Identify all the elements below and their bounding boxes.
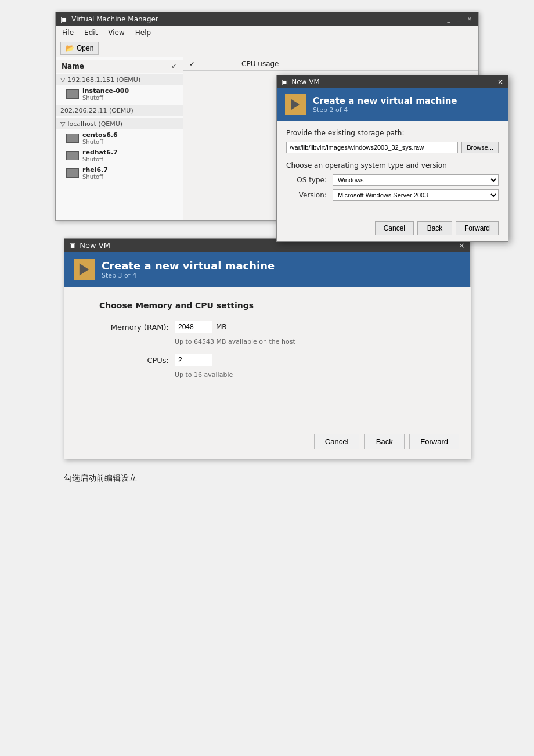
name-column-header: Name: [62, 62, 84, 70]
vmm-window: ▣ Virtual Machine Manager _ □ × File Edi…: [55, 12, 479, 221]
step3-cancel-button[interactable]: Cancel: [314, 434, 359, 449]
memory-hint: Up to 64543 MB available on the host: [175, 338, 436, 345]
newvm-step3-header-step: Step 3 of 4: [102, 272, 275, 279]
vm-status-redhat: Shutoff: [82, 156, 118, 163]
svg-marker-1: [80, 264, 89, 276]
newvm-dialog-icon: ▣: [282, 78, 288, 86]
group-arrow-localhost: ▽: [60, 120, 65, 128]
storage-label: Provide the existing storage path:: [286, 129, 499, 137]
memory-unit: MB: [216, 323, 227, 331]
newvm-step3-close[interactable]: ×: [459, 241, 465, 250]
open-icon: 📂: [66, 44, 74, 52]
sidebar-group-3: ▽ localhost (QEMU) centos6.6 Shutoff red…: [56, 117, 183, 183]
caption-text: 勾选启动前编辑设立: [64, 473, 137, 483]
vm-icon-rhel: [66, 168, 79, 178]
cpu-row: CPUs:: [99, 354, 436, 366]
os-type-label: OS type:: [286, 176, 327, 184]
newvm-step2-header: Create a new virtual machine Step 2 of 4: [277, 88, 508, 121]
main-column-header: ✓ CPU usage: [183, 57, 478, 71]
sort-icon: ✓: [171, 62, 177, 70]
newvm-step3-title: New VM: [80, 241, 110, 250]
vm-item-rhel[interactable]: rhel6.7 Shutoff: [56, 164, 183, 182]
menu-edit[interactable]: Edit: [82, 28, 99, 37]
cpu-usage-header: ✓: [189, 60, 195, 68]
version-row: Version: Microsoft Windows Server 2003: [286, 189, 499, 201]
vmm-open-button[interactable]: 📂 Open: [60, 42, 99, 55]
newvm-step2-title: New VM: [291, 78, 320, 86]
caption: 勾选启动前编辑设立: [64, 471, 470, 486]
newvm-dialog-box: ▣ New VM × Create a new virt: [276, 75, 508, 242]
vm-item-centos[interactable]: centos6.6 Shutoff: [56, 129, 183, 147]
vm-item-redhat[interactable]: redhat6.7 Shutoff: [56, 147, 183, 164]
cpu-label: CPUs:: [99, 356, 169, 365]
newvm-step2-dialog: ▣ New VM × Create a new virt: [276, 75, 508, 242]
storage-path-input[interactable]: [286, 142, 458, 153]
newvm-step2-close[interactable]: ×: [497, 78, 503, 86]
version-label: Version:: [286, 191, 327, 199]
step2-forward-button[interactable]: Forward: [456, 221, 499, 235]
cpu-usage-label: CPU usage: [241, 60, 279, 68]
newvm-step3-body: Choose Memory and CPU settings Memory (R…: [64, 287, 471, 401]
newvm-header-icon: [285, 94, 306, 115]
group-label-localhost: localhost (QEMU): [67, 120, 122, 128]
cpu-spinbox[interactable]: [175, 354, 212, 366]
maximize-button[interactable]: □: [455, 15, 463, 23]
step2-cancel-button[interactable]: Cancel: [375, 221, 414, 235]
menu-view[interactable]: View: [106, 28, 126, 37]
vmm-menubar: File Edit View Help: [56, 26, 478, 39]
newvm-step3-header-icon: [74, 259, 95, 280]
vm-icon-instance000: [66, 89, 79, 99]
os-type-row: OS type: Windows: [286, 174, 499, 186]
newvm-step3-window: ▣ New VM × Create a new virtual machine …: [64, 238, 470, 459]
step3-back-button[interactable]: Back: [364, 434, 405, 449]
os-section-label: Choose an operating system type and vers…: [286, 161, 499, 170]
sidebar-group-192[interactable]: ▽ 192.168.1.151 (QEMU): [56, 74, 183, 85]
vmm-titlebar-left: ▣ Virtual Machine Manager: [60, 15, 158, 24]
vmm-window-title: Virtual Machine Manager: [71, 15, 158, 23]
vmm-window-icon: ▣: [60, 15, 68, 24]
minimize-button[interactable]: _: [445, 15, 453, 23]
close-button[interactable]: ×: [466, 15, 474, 23]
newvm-step2-header-step: Step 2 of 4: [313, 106, 457, 114]
sidebar-group-1: ▽ 192.168.1.151 (QEMU) instance-000 Shut…: [56, 73, 183, 104]
sidebar-header: Name ✓: [56, 60, 183, 73]
menu-help[interactable]: Help: [134, 28, 153, 37]
memory-spinbox[interactable]: [175, 321, 212, 333]
newvm-step3-header-title: Create a new virtual machine: [102, 260, 275, 272]
group-arrow-192: ▽: [60, 76, 65, 84]
memory-row: Memory (RAM): MB: [99, 321, 436, 333]
vmm-toolbar: 📂 Open: [56, 39, 478, 57]
storage-path-row: Browse...: [286, 142, 499, 153]
vm-name-centos: centos6.6: [82, 131, 118, 139]
vmm-sidebar: Name ✓ ▽ 192.168.1.151 (QEMU) instance-0…: [56, 57, 183, 220]
vm-name-rhel: rhel6.7: [82, 166, 108, 174]
os-section: Choose an operating system type and vers…: [286, 161, 499, 201]
play-icon-large: [76, 261, 92, 278]
sidebar-group-202[interactable]: 202.206.22.11 (QEMU): [56, 105, 183, 116]
sidebar-group-localhost[interactable]: ▽ localhost (QEMU): [56, 118, 183, 129]
browse-button[interactable]: Browse...: [461, 142, 499, 153]
vm-item-instance000[interactable]: instance-000 Shutoff: [56, 85, 183, 103]
vmm-titlebar: ▣ Virtual Machine Manager _ □ ×: [56, 12, 478, 26]
newvm-step2-header-title: Create a new virtual machine: [313, 96, 457, 106]
vmm-titlebar-controls: _ □ ×: [445, 15, 474, 23]
newvm-step3-icon: ▣: [69, 241, 76, 250]
play-icon: [288, 98, 302, 111]
cpu-hint: Up to 16 available: [175, 371, 436, 379]
newvm-step3-inner: Choose Memory and CPU settings Memory (R…: [64, 287, 471, 459]
newvm-step2-footer: Cancel Back Forward: [277, 215, 508, 241]
newvm-step3-footer: Cancel Back Forward: [64, 424, 471, 459]
step2-back-button[interactable]: Back: [417, 221, 452, 235]
step3-forward-button[interactable]: Forward: [409, 434, 459, 449]
menu-file[interactable]: File: [60, 28, 75, 37]
newvm-step2-titlebar: ▣ New VM ×: [277, 75, 508, 88]
vm-icon-centos: [66, 134, 79, 143]
group-label-192: 192.168.1.151 (QEMU): [67, 76, 140, 84]
version-select[interactable]: Microsoft Windows Server 2003: [333, 189, 499, 201]
svg-marker-0: [291, 99, 300, 110]
os-type-select[interactable]: Windows: [333, 174, 499, 186]
vmm-main: ✓ CPU usage ▣ New VM ×: [183, 57, 478, 220]
vm-status-centos: Shutoff: [82, 139, 118, 145]
step3-section-title: Choose Memory and CPU settings: [99, 301, 436, 310]
vm-icon-redhat: [66, 151, 79, 160]
